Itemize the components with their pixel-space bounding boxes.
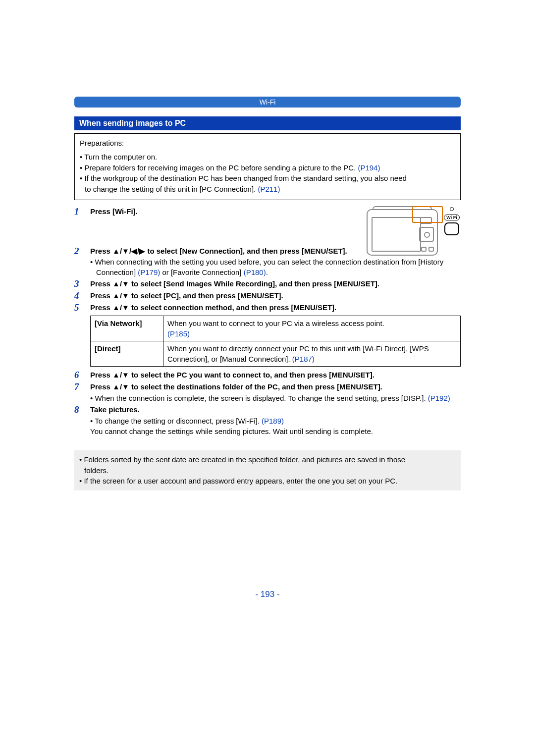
steps-list: 1 Press [Wi-Fi]. 2 Press ▲/▼/◀/▶ to sele…	[74, 206, 461, 436]
step-text: Press ▲/▼ to select the PC you want to c…	[90, 371, 374, 379]
step-text: Press ▲/▼ to select the destinations fol…	[90, 382, 382, 391]
step-number: 2	[74, 246, 90, 257]
step-note: To change the setting or disconnect, pre…	[90, 416, 461, 436]
preparations-box: Preparations: Turn the computer on. Prep…	[74, 133, 461, 200]
step-text: Press ▲/▼ to select [PC], and then press…	[90, 291, 283, 300]
prep-item: Prepare folders for receiving images on …	[80, 162, 455, 173]
step-number: 3	[74, 278, 90, 289]
step-number: 7	[74, 381, 90, 392]
step-note: When connecting with the setting you use…	[90, 257, 461, 277]
step-number: 4	[74, 290, 90, 301]
step-note: When the connection is complete, the scr…	[90, 393, 461, 403]
table-desc: When you want to directly connect your P…	[163, 341, 461, 366]
page-ref-link[interactable]: (P179)	[138, 268, 160, 276]
step-number: 6	[74, 370, 90, 380]
table-label: [Via Network]	[91, 316, 163, 341]
page-ref-link[interactable]: (P187)	[292, 355, 315, 363]
camera-illustration: Wi Fi	[367, 206, 461, 256]
section-title: When sending images to PC	[74, 116, 461, 130]
page-ref-link[interactable]: (P180)	[244, 268, 266, 276]
step: 1 Press [Wi-Fi].	[74, 206, 360, 217]
step: 7 Press ▲/▼ to select the destinations f…	[74, 381, 461, 403]
table-label: [Direct]	[91, 341, 163, 366]
wifi-button-callout: Wi Fi	[443, 207, 461, 235]
connection-method-table: [Via Network] When you want to connect t…	[90, 316, 461, 367]
step: When connecting with the setting you use…	[74, 256, 461, 277]
step-number: 1	[74, 206, 90, 217]
page-number: - 193 -	[74, 590, 461, 599]
step: 8 Take pictures. To change the setting o…	[74, 404, 461, 436]
prep-item: Turn the computer on.	[80, 152, 455, 162]
step-text: Press ▲/▼ to select [Send Images While R…	[90, 279, 379, 288]
step-number: 8	[74, 404, 90, 415]
step: 6 Press ▲/▼ to select the PC you want to…	[74, 370, 461, 380]
wifi-icon: Wi Fi	[444, 215, 459, 220]
step-text: Press ▲/▼/◀/▶ to select [New Connection]…	[90, 247, 347, 255]
page-ref-link[interactable]: (P185)	[167, 329, 190, 338]
step: 3 Press ▲/▼ to select [Send Images While…	[74, 278, 461, 289]
step: 2 Press ▲/▼/◀/▶ to select [New Connectio…	[74, 246, 360, 257]
header-category: Wi-Fi	[74, 97, 461, 108]
step-text: Take pictures.	[90, 405, 140, 414]
note-item: Folders sorted by the sent date are crea…	[79, 454, 456, 476]
preparations-title: Preparations:	[80, 138, 455, 149]
page-ref-link[interactable]: (P192)	[428, 394, 450, 402]
step: 4 Press ▲/▼ to select [PC], and then pre…	[74, 290, 461, 301]
step-text: Press ▲/▼ to select connection method, a…	[90, 303, 336, 312]
step: 5 Press ▲/▼ to select connection method,…	[74, 302, 461, 369]
step-number: 5	[74, 302, 90, 313]
highlight-box	[412, 206, 443, 223]
step-text: Press [Wi-Fi].	[90, 207, 138, 216]
page-ref-link[interactable]: (P189)	[262, 417, 284, 425]
note-item: If the screen for a user account and pas…	[79, 476, 456, 486]
page-ref-link[interactable]: (P211)	[258, 185, 280, 193]
table-desc: When you want to connect to your PC via …	[163, 316, 461, 341]
bottom-notes: Folders sorted by the sent date are crea…	[74, 450, 461, 490]
page-ref-link[interactable]: (P194)	[358, 163, 380, 172]
prep-item: If the workgroup of the destination PC h…	[80, 173, 455, 195]
